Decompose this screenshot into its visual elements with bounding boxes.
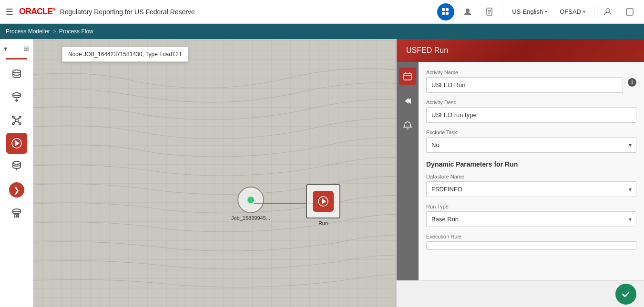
svg-line-22 <box>18 121 19 123</box>
activity-desc-label: Activity Desc <box>426 99 636 105</box>
datastore-name-select[interactable]: FSDFINFO <box>426 181 636 197</box>
svg-rect-10 <box>626 9 633 15</box>
run-type-select-wrapper: Base Run ▾ <box>426 211 636 227</box>
sidebar-header: ▾ ⊞ <box>0 43 33 54</box>
svg-line-21 <box>14 121 16 123</box>
panel-footer <box>397 280 644 307</box>
exclude-task-group: Exclude Task No Yes ▾ <box>426 129 636 153</box>
active-indicator <box>6 58 27 59</box>
profile-icon-btn[interactable] <box>599 3 616 20</box>
app-name: Regulatory Reporting for US Federal Rese… <box>60 8 195 16</box>
panel-back-icon[interactable] <box>399 92 416 109</box>
user-chevron-icon: ▾ <box>583 9 585 14</box>
oracle-logo-text: ORACLE® <box>19 7 55 17</box>
execution-rule-label: Execution Rule <box>426 234 636 239</box>
canvas-bg-svg <box>33 39 396 307</box>
svg-rect-28 <box>17 214 19 217</box>
sidebar-tool-database-layers[interactable] <box>6 156 27 177</box>
sidebar-chevron-icon[interactable]: ▾ <box>4 45 7 52</box>
language-chevron-icon: ▾ <box>545 9 547 14</box>
sidebar-tool-database[interactable] <box>6 64 27 85</box>
activity-desc-group: Activity Desc <box>426 99 636 123</box>
panel-side-icons <box>397 62 419 280</box>
breadcrumb-separator-1: > <box>53 28 56 35</box>
breadcrumb-process-flow[interactable]: Process Flow <box>59 28 93 35</box>
datastore-name-label: Datastore Name <box>426 174 636 179</box>
svg-point-4 <box>466 9 470 12</box>
panel-main: Activity Name i Activity Desc Exclude Ta… <box>397 62 644 280</box>
activity-name-label: Activity Name <box>426 69 623 75</box>
right-panel: USFED Run <box>396 39 644 307</box>
execution-rule-partial <box>426 241 636 250</box>
sidebar-grid-icon[interactable]: ⊞ <box>23 45 29 52</box>
activity-name-group: Activity Name i <box>426 69 636 93</box>
run-node[interactable]: Run <box>306 184 340 226</box>
user-icon-btn[interactable] <box>459 3 476 20</box>
nav-icons: US-English ▾ OFSAD ▾ <box>437 3 638 20</box>
grid-icon-btn[interactable] <box>437 3 454 20</box>
main-area: ▾ ⊞ <box>0 39 644 307</box>
job-node-label: Job_15839945... <box>231 215 270 221</box>
svg-point-18 <box>19 123 21 125</box>
language-dropdown[interactable]: US-English ▾ <box>508 8 551 15</box>
activity-name-input[interactable] <box>426 77 623 93</box>
job-node-outer-circle <box>237 187 264 213</box>
breadcrumb-process-modeller[interactable]: Process Modeller <box>6 28 50 35</box>
panel-content: Activity Name i Activity Desc Exclude Ta… <box>419 62 644 280</box>
svg-rect-27 <box>15 215 16 217</box>
svg-point-11 <box>13 70 20 73</box>
right-arrow-icon: ❯ <box>13 186 20 195</box>
exclude-task-select-wrapper: No Yes ▾ <box>426 137 636 153</box>
sidebar-tool-chart[interactable] <box>6 203 27 224</box>
datastore-name-group: Datastore Name FSDFINFO ▾ <box>426 174 636 197</box>
breadcrumb-bar: Process Modeller > Process Flow <box>0 24 644 39</box>
run-type-label: Run Type <box>426 204 636 209</box>
svg-rect-31 <box>404 73 411 80</box>
confirm-button[interactable] <box>615 284 636 305</box>
run-node-label: Run <box>318 220 328 226</box>
sidebar-tool-run[interactable] <box>6 133 27 154</box>
svg-line-19 <box>14 118 16 119</box>
canvas-area[interactable]: Node JOB_16442371581430, Type LoadT2T Jo… <box>33 39 396 307</box>
sidebar-tool-network[interactable] <box>6 110 27 131</box>
job-node-inner-circle <box>247 197 254 203</box>
exclude-task-label: Exclude Task <box>426 129 636 135</box>
svg-rect-0 <box>442 8 445 11</box>
run-node-icon <box>313 191 334 212</box>
exclude-task-select[interactable]: No Yes <box>426 137 636 153</box>
svg-rect-3 <box>446 12 449 15</box>
user-dropdown[interactable]: OFSAD ▾ <box>556 8 589 15</box>
run-type-select[interactable]: Base Run <box>426 211 636 227</box>
right-panel-title: USFED Run <box>406 46 448 55</box>
language-label: US-English <box>512 8 543 15</box>
panel-calendar-icon[interactable] <box>399 68 416 85</box>
sidebar-tool-database-down[interactable] <box>6 87 27 108</box>
svg-point-24 <box>13 161 20 164</box>
svg-rect-2 <box>442 12 445 15</box>
right-panel-header: USFED Run <box>397 39 644 62</box>
expand-sidebar-btn[interactable]: ❯ <box>9 182 24 198</box>
execution-rule-group: Execution Rule <box>426 234 636 250</box>
user-label: OFSAD <box>560 8 581 15</box>
svg-line-20 <box>18 118 19 119</box>
settings-icon-btn[interactable] <box>621 3 638 20</box>
panel-bell-icon[interactable] <box>399 117 416 134</box>
svg-point-16 <box>19 116 21 118</box>
activity-name-info-icon[interactable]: i <box>628 78 636 87</box>
svg-point-15 <box>12 116 14 118</box>
document-icon-btn[interactable] <box>481 3 498 20</box>
logo: ORACLE® Regulatory Reporting for US Fede… <box>19 7 195 17</box>
tooltip-text: Node JOB_16442371581430, Type LoadT2T <box>68 51 182 58</box>
top-nav: ☰ ORACLE® Regulatory Reporting for US Fe… <box>0 0 644 24</box>
svg-rect-1 <box>446 8 449 11</box>
svg-point-17 <box>12 123 14 125</box>
datastore-name-select-wrapper: FSDFINFO ▾ <box>426 181 636 197</box>
svg-point-9 <box>606 9 610 12</box>
activity-desc-input[interactable] <box>426 107 636 123</box>
svg-point-12 <box>13 93 20 96</box>
run-type-group: Run Type Base Run ▾ <box>426 204 636 227</box>
dynamic-params-title: Dynamic Parameters for Run <box>426 160 636 168</box>
tooltip-box: Node JOB_16442371581430, Type LoadT2T <box>62 47 188 62</box>
run-node-box <box>306 184 340 218</box>
hamburger-menu[interactable]: ☰ <box>6 7 13 17</box>
